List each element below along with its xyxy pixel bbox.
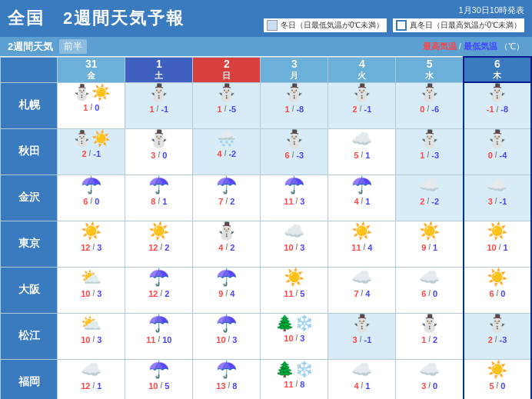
temp-low-0-1: -1 [161,105,168,114]
temp-sep-2-3: / [296,197,298,205]
weather-temps-0-1: 1 / -1 [125,105,192,114]
temp-high-5-2: 10 [216,335,225,344]
temp-high-0-0: 1 [83,103,88,112]
weather-cell-5-5: ⛄ 1 / 2 [396,313,464,359]
temp-sep-1-0: / [89,149,91,158]
weather-temps-6-0: 12 / 1 [58,381,125,391]
temp-sep-0-0: / [90,103,92,111]
weather-cell-2-4: ☂️ 4 / 1 [328,175,396,221]
weather-temps-1-3: 6 / -3 [261,151,328,160]
weather-cell-0-5: ⛄ 0 / -6 [396,82,464,128]
day-num-4: 4 [328,58,395,70]
temp-sep-6-1: / [160,381,162,390]
weather-temps-0-4: 2 / -1 [328,105,395,114]
temp-high-6-2: 13 [216,381,225,391]
temp-high-1-0: 2 [81,149,86,158]
weather-icon-5-6: ⛄ [464,315,530,332]
temp-high-2-5: 2 [420,197,424,206]
weather-icon-0-5: ⛄ [396,85,463,101]
temp-low-0-4: -1 [364,105,371,114]
temp-high-2-1: 8 [151,197,155,206]
temp-low-4-3: 5 [300,289,304,298]
weather-icon-6-6: ☀️ [464,361,530,378]
weather-temps-3-6: 10 / 1 [464,243,530,252]
temp-low-5-2: 3 [232,335,237,344]
temp-sep-0-6: / [497,105,499,114]
weather-temps-2-2: 7 / 2 [193,197,260,206]
temp-high-4-1: 12 [148,289,158,298]
weather-cell-6-4: ☁️ 4 / 1 [328,359,396,399]
weather-icon-0-0: ⛄☀️ [58,85,125,100]
temp-high-5-1: 11 [146,335,155,344]
temp-low-6-1: 5 [165,381,169,391]
weather-icon-3-0: ☀️ [58,223,125,240]
temp-low-5-3: 3 [300,334,304,343]
city-row-6: 福岡 ☁️ 12 / 1 ☂️ 10 / 5 ☂️ 13 / 8 🌲❄️ [1,359,532,399]
temp-low-2-4: 1 [365,197,370,206]
weather-temps-0-3: 1 / -8 [261,105,328,114]
temp-low-3-4: 4 [367,243,372,252]
temp-low-5-6: -3 [500,335,507,344]
temp-low-4-6: 0 [500,289,505,298]
weather-icon-1-3: ⛄ [261,131,328,148]
temp-low-1-0: -1 [93,149,101,158]
temp-low-5-0: 3 [97,335,101,344]
day-dow-3: 月 [261,70,328,81]
city-row-4: 大阪 ⛅ 10 / 3 ☂️ 12 / 2 ☂️ 9 / 4 ☀️ [1,267,532,313]
temp-sep-4-5: / [428,289,431,298]
date-col-0: 31 金 [58,57,125,82]
weather-temps-1-6: 0 / -4 [464,151,530,160]
weather-temps-5-5: 1 / 2 [396,335,463,344]
weather-icon-4-4: ☁️ [328,269,395,286]
temp-high-6-4: 4 [354,381,358,391]
weather-temps-0-6: -1 / -8 [464,105,530,114]
day-dow-0: 金 [58,70,125,81]
temp-high-2-2: 7 [218,197,223,206]
weather-cell-1-0: ⛄☀️ 2 / -1 [58,128,125,175]
weather-temps-1-2: 4 / -2 [193,149,260,158]
weather-icon-2-2: ☂️ [193,177,260,194]
weather-cell-4-6: ☀️ 6 / 0 [464,267,531,313]
temp-low-4-5: 0 [433,289,437,298]
temp-sep-0-1: / [157,105,159,113]
temp-low-6-0: 1 [97,381,101,391]
weather-temps-2-0: 6 / 0 [58,197,125,206]
temp-high-6-6: 5 [489,381,494,391]
weather-cell-2-5: ☁️ 2 / -2 [396,175,464,221]
temp-low-6-3: 8 [300,380,304,389]
temp-low-6-4: 1 [365,381,370,391]
weather-cell-6-2: ☂️ 13 / 8 [193,359,261,399]
city-name-0: 札幌 [1,82,58,128]
temp-high-5-5: 1 [421,335,426,344]
date-col-5: 5 水 [396,57,464,82]
sub-header: 2週間天気 前半 最高気温 / 最低気温 （℃） [0,37,532,56]
temp-high-6-0: 12 [81,381,90,391]
temp-sep-3-0: / [92,243,95,251]
weather-cell-3-6: ☀️ 10 / 1 [464,221,531,267]
day-dow-4: 火 [328,70,395,81]
weather-icon-2-5: ☁️ [396,177,463,194]
day-dow-6: 木 [464,70,530,81]
temp-sep-6-5: / [428,381,431,390]
temp-high-3-1: 12 [148,243,158,252]
temp-high-2-3: 11 [284,197,293,206]
temp-sep-4-4: / [361,289,364,298]
weather-cell-6-3: 🌲❄️ 11 / 8 [261,359,328,399]
temp-low-3-3: 3 [300,243,304,252]
weather-temps-6-2: 13 / 8 [193,381,260,391]
weather-icon-0-3: ⛄ [261,85,328,101]
weather-icon-3-3: ☁️ [261,223,328,240]
weather-icon-5-3: 🌲❄️ [261,315,328,331]
weather-cell-3-0: ☀️ 12 / 3 [58,221,125,267]
day-num-6: 6 [464,58,530,70]
temp-sep-4-0: / [92,289,95,298]
weather-icon-1-1: ⛄ [125,131,192,148]
weather-temps-0-5: 0 / -6 [396,105,463,114]
temp-low-2-2: 2 [230,197,234,206]
temp-high-3-5: 9 [421,243,426,252]
temp-low-3-0: 3 [97,243,101,252]
weather-cell-1-1: ⛄ 3 / 0 [125,128,193,175]
temp-low-3-6: 1 [503,243,507,252]
temp-low-3-1: 2 [165,243,169,252]
day-dow-1: 土 [125,70,192,81]
